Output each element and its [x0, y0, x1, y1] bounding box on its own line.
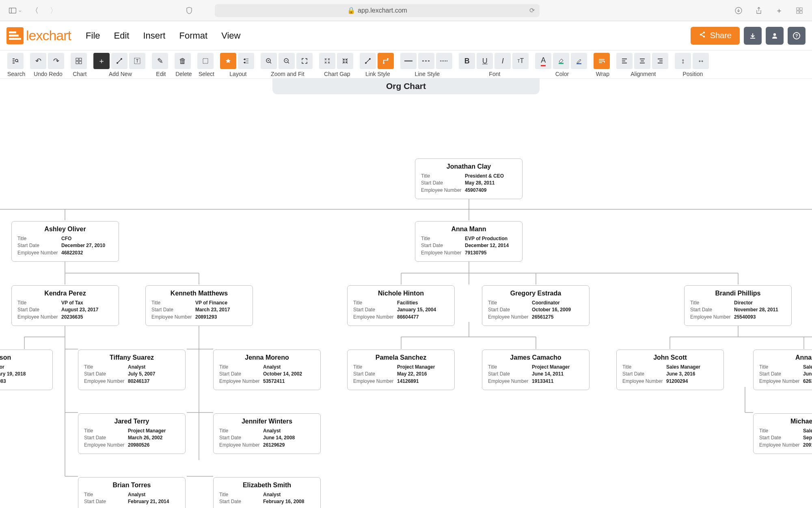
select-button[interactable] — [197, 53, 214, 69]
zoom-in-button[interactable] — [261, 53, 277, 69]
tabs-grid-icon[interactable] — [795, 6, 804, 15]
org-node[interactable]: Ashley Oliver TitleCFO Start DateDecembe… — [11, 221, 119, 262]
line-dash-button[interactable] — [418, 53, 434, 69]
redo-button[interactable]: ↷ — [48, 53, 64, 69]
menu-insert[interactable]: Insert — [143, 30, 165, 41]
shield-icon[interactable] — [185, 6, 194, 15]
org-node[interactable]: Anna Mann TitleEVP of Production Start D… — [415, 221, 523, 262]
tb-label-wrap: Wrap — [596, 71, 609, 77]
org-node[interactable]: Brandi Phillips TitleDirector Start Date… — [684, 285, 792, 326]
menu-edit[interactable]: Edit — [114, 30, 130, 41]
org-node[interactable]: Anna O TitleSales Start DateJune Employe… — [753, 350, 812, 390]
search-button[interactable] — [7, 53, 24, 69]
org-node[interactable]: Jenna Moreno TitleAnalyst Start DateOcto… — [213, 350, 321, 390]
url-bar[interactable]: 🔒app.lexchart.com ⟳ — [215, 4, 540, 17]
delete-button[interactable]: 🗑 — [175, 53, 191, 69]
menu-format[interactable]: Format — [179, 30, 207, 41]
add-link-button[interactable] — [111, 53, 127, 69]
layout-button[interactable] — [238, 53, 254, 69]
line-dot-button[interactable] — [436, 53, 452, 69]
text-color-button[interactable]: A — [535, 53, 551, 69]
gap-expand-button[interactable] — [319, 53, 335, 69]
border-color-button[interactable] — [571, 53, 587, 69]
back-icon[interactable]: 〈 — [30, 6, 39, 15]
node-name: Michael Je — [759, 418, 812, 425]
svg-rect-20 — [76, 58, 78, 61]
add-box-button[interactable]: ＋ — [93, 53, 110, 69]
download-icon[interactable] — [734, 6, 743, 15]
tb-label-delete: Delete — [175, 71, 192, 77]
org-node[interactable]: Brian Torres TitleAnalyst Start DateFebr… — [78, 477, 186, 508]
canvas[interactable]: Jonathan Clay TitlePresident & CEO Start… — [0, 94, 812, 508]
svg-rect-28 — [203, 59, 208, 63]
org-node[interactable]: Elizabeth Smith TitleAnalyst Start DateF… — [213, 477, 321, 508]
node-name: Jenna Moreno — [219, 354, 315, 361]
org-node[interactable]: John Scott TitleSales Manager Start Date… — [616, 350, 724, 390]
logo-mark-icon — [6, 27, 24, 44]
line-solid-button[interactable] — [400, 53, 417, 69]
add-text-button[interactable]: T — [129, 53, 145, 69]
italic-button[interactable]: I — [495, 53, 511, 69]
help-button[interactable]: ? — [788, 27, 806, 45]
chart-button[interactable] — [71, 53, 87, 69]
share-button[interactable]: Share — [691, 27, 740, 45]
svg-rect-6 — [800, 11, 802, 13]
fit-button[interactable] — [296, 53, 313, 69]
auto-layout-button[interactable] — [220, 53, 236, 69]
position-v-button[interactable]: ↕ — [675, 53, 691, 69]
tb-label-chartgap: Chart Gap — [324, 71, 350, 77]
fill-color-button[interactable] — [553, 53, 569, 69]
node-name: Tiffany Suarez — [84, 354, 179, 361]
org-node[interactable]: Tiffany Suarez TitleAnalyst Start DateJu… — [78, 350, 186, 390]
gap-collapse-button[interactable] — [337, 53, 353, 69]
org-node[interactable]: Gregory Estrada TitleCoordinator Start D… — [482, 285, 590, 326]
share-icon[interactable] — [754, 6, 763, 15]
sidebar-toggle-icon[interactable] — [8, 6, 17, 15]
tb-label-select: Select — [199, 71, 214, 77]
org-node[interactable]: Kendra Perez TitleVP of Tax Start DateAu… — [11, 285, 119, 326]
svg-rect-4 — [800, 8, 802, 10]
align-right-button[interactable] — [652, 53, 668, 69]
align-center-button[interactable] — [634, 53, 650, 69]
node-name: Jared Terry — [84, 418, 179, 425]
tb-label-font: Font — [489, 71, 500, 77]
org-node[interactable]: James Camacho TitleProject Manager Start… — [482, 350, 590, 390]
org-node[interactable]: Michael Je TitleSales Start DateSepte Em… — [753, 413, 812, 454]
org-node[interactable]: Jared Terry TitleProject Manager Start D… — [78, 413, 186, 454]
menu-file[interactable]: File — [86, 30, 100, 41]
zoom-out-button[interactable] — [279, 53, 295, 69]
org-node[interactable]: Nichole Hinton TitleFacilities Start Dat… — [347, 285, 455, 326]
org-node[interactable]: Jennifer Winters TitleAnalyst Start Date… — [213, 413, 321, 454]
new-tab-icon[interactable]: ＋ — [775, 6, 784, 15]
node-name: Kendra Perez — [17, 290, 113, 297]
org-node[interactable]: Pamela Sanchez TitleProject Manager Star… — [347, 350, 455, 390]
link-elbow-button[interactable] — [378, 53, 394, 69]
svg-rect-21 — [79, 58, 82, 61]
undo-button[interactable]: ↶ — [30, 53, 46, 69]
logo[interactable]: lexchart — [6, 27, 71, 44]
svg-rect-5 — [797, 11, 799, 13]
tab-orgchart[interactable]: Org Chart — [272, 78, 540, 94]
menu-view[interactable]: View — [221, 30, 240, 41]
node-name: Kenneth Matthews — [151, 290, 247, 297]
tb-label-undoredo: Undo Redo — [34, 71, 63, 77]
align-left-button[interactable] — [616, 53, 633, 69]
org-node[interactable]: Hudson ctor uary 19, 2018 6083 — [0, 350, 53, 390]
org-node[interactable]: Kenneth Matthews TitleVP of Finance Star… — [145, 285, 253, 326]
wrap-button[interactable] — [594, 53, 610, 69]
tb-label-linestyle: Line Style — [415, 71, 440, 77]
underline-button[interactable]: U — [477, 53, 493, 69]
tab-bar: Org Chart — [0, 78, 812, 94]
download-button[interactable] — [744, 27, 762, 45]
chevron-down-icon[interactable]: ⌵ — [19, 8, 22, 13]
bold-button[interactable]: B — [459, 53, 475, 69]
refresh-icon[interactable]: ⟳ — [529, 7, 535, 14]
account-button[interactable] — [766, 27, 784, 45]
tb-label-alignment: Alignment — [631, 71, 656, 77]
position-h-button[interactable]: ↔ — [693, 53, 709, 69]
textsize-button[interactable]: TT — [512, 53, 529, 69]
org-node[interactable]: Jonathan Clay TitlePresident & CEO Start… — [415, 158, 523, 199]
link-curve-button[interactable] — [360, 53, 376, 69]
edit-button[interactable]: ✎ — [152, 53, 168, 69]
tb-label-edit: Edit — [156, 71, 166, 77]
